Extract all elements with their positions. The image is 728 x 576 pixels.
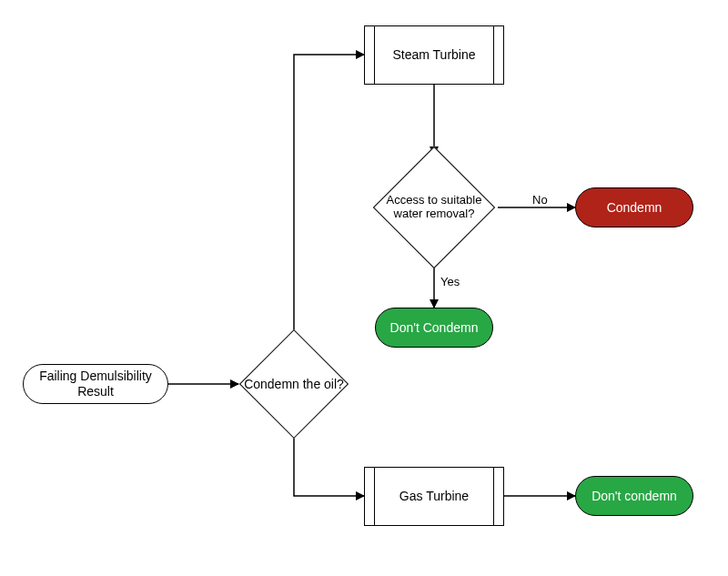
start-node: Failing Demulsibility Result [23,364,168,404]
terminator-dont-condemn-2: Don't condemn [575,476,693,516]
decision-water-label: Access to suitable water removal? [370,144,498,271]
terminator-condemn: Condemn [575,187,693,227]
terminator-dont-condemn-1-label: Don't Condemn [390,320,479,336]
process-steam-turbine: Steam Turbine [364,25,504,85]
decision-condemn-oil: Condemn the oil? [238,329,349,439]
flowchart-canvas: Failing Demulsibility Result Condemn the… [0,0,728,576]
decision-condemn-label: Condemn the oil? [238,329,349,439]
terminator-condemn-label: Condemn [607,200,662,216]
decision-water-removal: Access to suitable water removal? [370,144,498,271]
process-gas-turbine: Gas Turbine [364,467,504,526]
process-gas-label: Gas Turbine [399,489,469,504]
terminator-dont-condemn-1: Don't Condemn [375,308,493,348]
start-label: Failing Demulsibility Result [33,369,158,399]
edge-label-yes: Yes [440,275,460,288]
terminator-dont-condemn-2-label: Don't condemn [592,489,677,504]
edge-label-no: No [532,193,548,207]
process-steam-label: Steam Turbine [392,47,475,63]
